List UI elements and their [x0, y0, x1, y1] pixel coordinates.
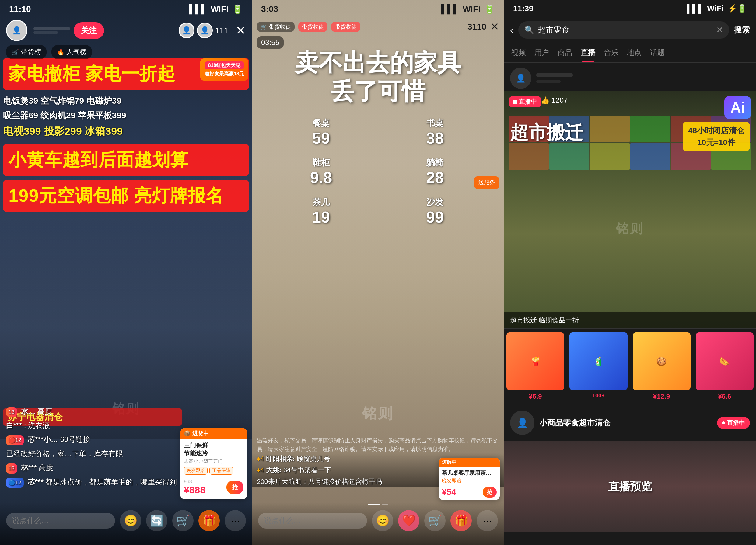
tab-video-label: 视频	[511, 48, 526, 57]
p3-user-card[interactable]: 👤 小商品零食超市清仓 直播中	[504, 404, 756, 441]
p3-thumb-price-4: ¥5.6	[696, 393, 754, 400]
more-button-1[interactable]: ···	[225, 510, 246, 531]
emoji-button-2[interactable]: 😊	[372, 510, 393, 531]
p3-user-info: 小商品零食超市清仓	[539, 417, 712, 428]
close-button-1[interactable]: ✕	[236, 23, 246, 37]
viewer-avatar-1a: 👤	[179, 23, 194, 38]
panel-search: 11:39 ▌▌▌ WiFi ⚡🔋 ‹ 🔍 ✕ 搜索 视频 用户 商品 直播	[504, 0, 756, 545]
viewer-avatar-1b: 👤	[197, 23, 213, 38]
p2-badge-1: 🛒 带货收徒	[257, 22, 295, 32]
card-title-text-2: 节能速冷	[184, 450, 208, 456]
p2-badge-3: 带货收徒	[331, 22, 360, 32]
p3-thumb-img-3: 🍪	[633, 332, 691, 390]
back-button-3[interactable]: ‹	[510, 24, 513, 36]
chat-content-1: 高度	[37, 407, 52, 415]
p3-thumb-1[interactable]: 🍟 ¥5.9	[504, 329, 567, 404]
p3-second-live-label: 直播预览	[608, 479, 652, 494]
tab-product[interactable]: 商品	[553, 43, 576, 62]
tab-music[interactable]: 音乐	[600, 43, 623, 62]
search-icon-3: 🔍	[524, 25, 534, 35]
p2-title-line1: 卖不出去的家具	[252, 49, 504, 77]
battery-icon-3: ⚡🔋	[727, 4, 747, 13]
p3-user-live-dot	[722, 421, 725, 424]
p3-thumb-3[interactable]: 🍪 ¥12.9	[630, 329, 693, 404]
p3-live-subtitle-1: 48小时闭店清仓 10元=10件	[683, 122, 750, 152]
p3-thumb-2[interactable]: 🧃 100+	[567, 329, 630, 404]
chat-content-4: 已经改好价格，家…下单，库存有限	[6, 449, 123, 458]
p2-badge-text-3: 带货收徒	[335, 23, 357, 30]
card-price-1: ¥888	[184, 484, 205, 496]
p2-main-title: 卖不出去的家具 丢了可惜	[252, 49, 504, 106]
p3-user-live-label: 直播中	[727, 419, 745, 427]
tab-topic[interactable]: 话题	[646, 43, 669, 62]
card-tag-1: 晚发即赔	[184, 466, 208, 475]
p2-service-badge: 送服务	[474, 177, 499, 189]
chat-content-2: : 洗衣液	[24, 421, 50, 429]
p2-price-label-1: 餐桌	[313, 118, 330, 128]
p2-card-price: ¥54	[442, 487, 456, 497]
tabs-bar-3: 视频 用户 商品 直播 音乐 地点 话题	[504, 43, 756, 63]
tab-music-label: 音乐	[604, 48, 618, 57]
p3-subtitle-line1: 48小时闭店清仓	[688, 125, 744, 137]
card-header-text-1: 进货中	[192, 430, 209, 437]
more-button-2[interactable]: ···	[477, 510, 498, 531]
heart-button-2[interactable]: ❤️	[398, 510, 419, 531]
tag-row-1: 🛒 带货榜 🔥 人气榜	[0, 45, 252, 59]
tag-hotrank-1[interactable]: 🛒 带货榜	[6, 45, 47, 59]
chat-name-2: 白***	[6, 421, 22, 429]
search-input-3[interactable]	[538, 25, 712, 35]
close-button-2[interactable]: ✕	[490, 20, 499, 33]
comment-input-1[interactable]	[6, 513, 115, 529]
tag-popular-1[interactable]: 🔥 人气榜	[51, 45, 92, 59]
p2-warning-content: 温暖好友，私下交易，请谨慎识别防止人身财产损失，购买商品请点击下方购物车按钮，请…	[257, 436, 499, 454]
p2-card-name: 茶几桌客厅家用茶…	[442, 470, 497, 477]
p3-thumb-price-3: ¥12.9	[633, 393, 691, 400]
comment-input-2[interactable]	[258, 513, 367, 529]
p2-chat-content-2: 34号书架看一下	[283, 466, 331, 474]
p3-thumb-price-2: 100+	[569, 393, 627, 399]
chat-badge-2: 🔴12	[6, 435, 24, 445]
p3-top-info	[536, 73, 750, 83]
p3-second-live-inner: 直播预览	[608, 479, 652, 494]
p2-warning-text: 温暖好友，私下交易，请谨慎识别防止人身财产损失，购买商品请点击下方购物车按钮，请…	[252, 436, 504, 454]
signal-icon-1: ▌▌▌	[189, 4, 207, 14]
bottom-toolbar-2: 😊 ❤️ 🛒 🎁 ···	[252, 502, 504, 545]
chat-name-3: 芯***小…	[28, 435, 58, 443]
p3-thumb-icon-2: 🧃	[593, 356, 604, 366]
gift-button-1[interactable]: 🎁	[198, 510, 220, 531]
p3-top-sub-skeleton	[536, 80, 561, 83]
p2-card-price-row: ¥54 抢	[442, 487, 497, 498]
grab-button-1[interactable]: 抢	[226, 481, 243, 494]
emoji-button-1[interactable]: 😊	[120, 510, 141, 531]
cart-button-1[interactable]: 🛒	[172, 510, 194, 531]
follow-button-1[interactable]: 关注	[74, 22, 104, 39]
tag-label-2: 人气榜	[66, 47, 86, 57]
promo-tag-1: 818红包天天见 邀好友最高赢18元	[200, 58, 248, 81]
p2-price-item-3: 鞋柜 9.8	[264, 152, 378, 192]
share-button-1[interactable]: 🔄	[146, 510, 167, 531]
chat-content-5: 高度	[39, 463, 53, 472]
grab-button-2[interactable]: 抢	[483, 487, 497, 498]
p3-thumb-4[interactable]: 🌭 ¥5.6	[693, 329, 756, 404]
p2-viewer-count: 3110	[467, 22, 486, 32]
p2-chat-name-2: 大姚:	[266, 466, 283, 474]
tab-live[interactable]: 直播	[576, 43, 600, 62]
p3-products-row: 🍟 ¥5.9 🧃 100+ 🍪 ¥12.9 🌭 ¥5.6	[504, 328, 756, 404]
tab-place[interactable]: 地点	[623, 43, 646, 62]
cart-button-2[interactable]: 🛒	[424, 510, 446, 531]
p3-thumb-img-1: 🍟	[506, 332, 564, 390]
wifi-icon-2: WiFi	[463, 4, 481, 14]
p2-price-item-2: 书桌 38	[378, 113, 492, 152]
watermark-2: 铭则	[362, 404, 394, 423]
p3-live-card-1[interactable]: 直播中 👍 1207 Ai 超市搬迁 48小时闭店清仓 10元=10件	[504, 91, 756, 328]
p2-prices-grid: 餐桌 59 书桌 38 鞋柜 9.8 躺椅 28 茶几 19 沙发 99	[252, 113, 504, 231]
clear-button-3[interactable]: ✕	[716, 25, 723, 35]
gift-button-2[interactable]: 🎁	[450, 510, 472, 531]
p2-card-body: 茶几桌客厅家用茶… 晚发即赔 ¥54 抢	[439, 467, 500, 500]
tab-video[interactable]: 视频	[507, 43, 530, 62]
tab-user[interactable]: 用户	[530, 43, 553, 62]
card-header-1: 📦 进货中	[180, 428, 247, 439]
cart-icon-1: 🛒	[12, 48, 19, 56]
search-button-3[interactable]: 搜索	[734, 25, 750, 35]
p3-second-live[interactable]: 直播预览	[504, 441, 756, 532]
